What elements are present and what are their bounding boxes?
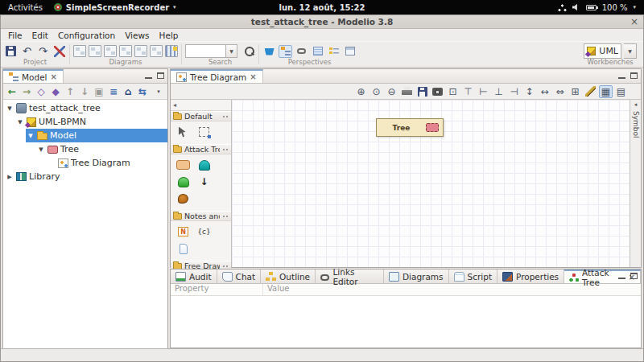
minimize-icon[interactable] (618, 72, 625, 79)
menu-help[interactable]: Help (155, 31, 184, 40)
grid-icon[interactable]: ▦ (599, 85, 613, 98)
search-input[interactable] (185, 44, 225, 58)
related-elements-icon[interactable]: ◆ (49, 85, 62, 98)
fit-to-content-icon[interactable]: ⊞ (568, 85, 582, 98)
expander-icon[interactable]: ▶ (6, 174, 14, 180)
tree-options-icon[interactable]: ≡ (107, 85, 120, 98)
view-menu-caret-icon[interactable]: ▾ (152, 85, 165, 98)
tree-row-tree[interactable]: ▼Tree (3, 142, 167, 156)
state-diagram-icon[interactable] (104, 45, 117, 57)
or-gate-tool[interactable] (176, 175, 190, 188)
home-icon[interactable]: ⌂ (122, 85, 134, 98)
minimize-icon[interactable] (618, 272, 625, 279)
activities-button[interactable]: Activités (8, 3, 43, 12)
screenshot-icon[interactable] (431, 85, 444, 98)
palette-collapse-button[interactable]: ◂ (171, 100, 231, 111)
workbench-dropdown-button[interactable]: ▼ (624, 43, 637, 59)
symbol-collapse-icon[interactable]: ◂ (634, 101, 638, 108)
align-top-icon[interactable]: ⊤ (461, 85, 475, 98)
zoom-actual-icon[interactable]: ⊙ (369, 85, 383, 98)
model-perspective-button[interactable] (279, 45, 292, 58)
select-tool[interactable] (176, 125, 190, 138)
tree-row-library[interactable]: ▶Library (3, 170, 167, 183)
save-project-button[interactable] (4, 44, 18, 58)
menu-file[interactable]: File (3, 31, 27, 40)
deployment-diagram-icon[interactable] (89, 45, 101, 57)
back-icon[interactable]: ← (6, 85, 19, 98)
expander-icon[interactable]: ▼ (37, 146, 45, 153)
maximize-icon[interactable] (630, 273, 638, 279)
related-element-icon[interactable]: ◇ (35, 85, 47, 98)
close-icon[interactable]: × (250, 72, 256, 81)
minimize-icon[interactable] (145, 72, 152, 79)
list-perspective-button[interactable] (327, 45, 341, 58)
align-bottom-icon[interactable]: ⊥ (492, 85, 506, 98)
sync-icon[interactable]: ⇆ (136, 85, 149, 98)
tree-row-tree-diagram[interactable]: Tree Diagram (3, 156, 167, 170)
note-tool[interactable]: N (176, 225, 190, 238)
maximize-icon[interactable] (630, 72, 638, 79)
move-up-icon[interactable]: ↑ (64, 85, 76, 98)
close-icon[interactable]: × (51, 72, 57, 81)
tree-row-model[interactable]: ▼Model (3, 129, 167, 142)
maximize-icon[interactable] (157, 72, 164, 79)
matrix-view-icon[interactable] (165, 45, 178, 57)
window-perspective-button[interactable] (343, 45, 357, 58)
center-vertical-icon[interactable]: ↕ (522, 85, 536, 98)
column-property[interactable]: Property (171, 284, 263, 295)
forward-icon[interactable]: → (20, 85, 33, 98)
node-marker[interactable] (426, 123, 439, 132)
tab-model[interactable]: Model × (3, 69, 64, 83)
palette-section-notes[interactable]: Notes and ... (171, 211, 231, 221)
edit-properties-icon[interactable]: ▤ (614, 85, 628, 98)
app-menu[interactable]: SimpleScreenRecorder ▾ (54, 3, 176, 12)
property-table-body[interactable] (171, 296, 641, 348)
marquee-tool[interactable] (197, 125, 211, 138)
links-perspective-button[interactable] (295, 45, 308, 58)
class-diagram-icon[interactable] (73, 45, 86, 57)
search-icon[interactable] (244, 46, 255, 57)
tab-outline[interactable]: Outline (261, 269, 316, 283)
tab-properties[interactable]: Properties (497, 269, 564, 283)
workbench-selector[interactable]: UML (584, 43, 621, 59)
constraint-tool[interactable]: {c} (197, 225, 211, 238)
tree-row-uml-bpmn[interactable]: ▼UML-BPMN (3, 115, 167, 129)
expander-icon[interactable]: ▼ (27, 133, 35, 139)
menu-edit[interactable]: Edit (27, 31, 53, 40)
tab-script[interactable]: Script (449, 269, 497, 283)
tab-diagrams[interactable]: Diagrams (384, 269, 449, 283)
save-image-icon[interactable] (415, 85, 429, 98)
comment-tool[interactable] (176, 192, 190, 205)
system-tray[interactable]: 100 % ▾ (558, 3, 644, 12)
paint-perspective-button[interactable] (262, 45, 276, 58)
use-case-diagram-icon[interactable] (134, 45, 147, 57)
tab-tree-diagram[interactable]: Tree Diagram × (171, 69, 263, 83)
align-left-icon[interactable]: ⊢ (477, 85, 490, 98)
print-icon[interactable] (400, 85, 414, 98)
diagram-canvas[interactable]: Tree (232, 100, 630, 267)
tab-audit[interactable]: Audit (171, 269, 217, 283)
zoom-out-icon[interactable]: ⊖ (385, 85, 398, 98)
tree-node-tool[interactable] (176, 158, 190, 171)
menu-views[interactable]: Views (120, 31, 154, 40)
link-tool[interactable]: ↓ (197, 175, 211, 188)
palette-section-default[interactable]: Default (171, 111, 231, 121)
menu-configuration[interactable]: Configuration (53, 31, 120, 40)
search-dropdown-button[interactable]: ▼ (225, 44, 237, 58)
expander-icon[interactable]: ▼ (16, 119, 24, 125)
align-right-icon[interactable]: ⊣ (507, 85, 521, 98)
tree-root-node[interactable]: Tree (376, 118, 444, 137)
tree-row-project[interactable]: ▼test_attack_tree (3, 101, 167, 115)
tab-links-editor[interactable]: Links Editor (316, 269, 384, 283)
title-bar[interactable]: test_attack_tree - Modelio 3.8 × (1, 15, 643, 29)
palette-section-attack-tree[interactable]: Attack Tree (171, 144, 231, 154)
undo-button[interactable]: ↶ (20, 44, 34, 58)
same-size-icon[interactable]: ⇔ (553, 85, 567, 98)
expander-icon[interactable]: ▼ (6, 105, 14, 112)
copy-icon[interactable]: ▣ (93, 85, 105, 98)
redo-button[interactable]: ↷ (36, 44, 50, 58)
document-tool[interactable] (176, 242, 190, 255)
and-gate-tool[interactable] (197, 158, 211, 171)
composite-diagram-icon[interactable] (119, 45, 132, 57)
style-brush-icon[interactable] (584, 85, 597, 98)
